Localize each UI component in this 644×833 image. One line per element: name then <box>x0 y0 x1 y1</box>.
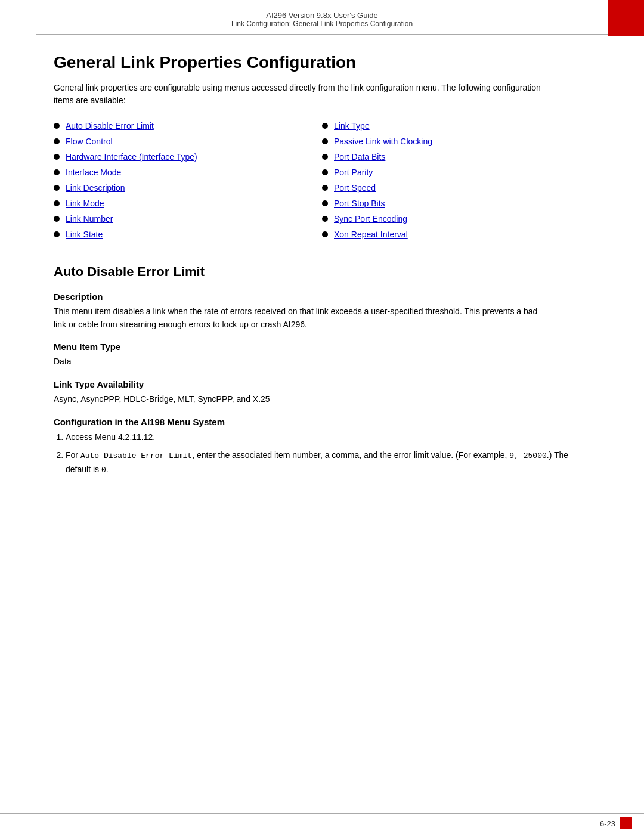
subsection-menu-item-type-title: Menu Item Type <box>54 342 590 352</box>
bullet-dot-icon <box>322 123 328 129</box>
link-port-stop-bits[interactable]: Port Stop Bits <box>334 199 385 208</box>
list-item: Flow Control <box>54 137 322 146</box>
link-port-parity[interactable]: Port Parity <box>334 168 373 177</box>
subsection-description-title: Description <box>54 292 590 302</box>
list-item: Auto Disable Error Limit <box>54 121 322 131</box>
bullet-dot-icon <box>54 169 60 175</box>
code-default: 0 <box>101 466 106 475</box>
footer-accent-block <box>620 817 632 829</box>
header-subtitle: Link Configuration: General Link Propert… <box>36 20 608 28</box>
bullet-col-left: Auto Disable Error Limit Flow Control Ha… <box>54 121 322 245</box>
subsection-link-type-availability-title: Link Type Availability <box>54 379 590 389</box>
link-port-data-bits[interactable]: Port Data Bits <box>334 152 385 162</box>
bullet-dot-icon <box>322 169 328 175</box>
section1-title: Auto Disable Error Limit <box>54 264 590 280</box>
menu-item-type-text: Data <box>54 355 543 368</box>
bullet-col-right: Link Type Passive Link with Clocking Por… <box>322 121 590 245</box>
list-item: Link Number <box>54 214 322 224</box>
code-auto-disable: Auto Disable Error Limit <box>80 451 192 460</box>
list-item: Passive Link with Clocking <box>322 137 590 146</box>
bullet-dot-icon <box>54 154 60 160</box>
bullet-dot-icon <box>54 138 60 144</box>
link-xon-repeat-interval[interactable]: Xon Repeat Interval <box>334 230 408 239</box>
list-item: Xon Repeat Interval <box>322 230 590 239</box>
link-passive-link[interactable]: Passive Link with Clocking <box>334 137 432 146</box>
list-item: Link State <box>54 230 322 239</box>
header-title: AI296 Version 9.8x User's Guide <box>36 11 608 20</box>
intro-paragraph: General link properties are configurable… <box>54 82 543 107</box>
list-item: Sync Port Encoding <box>322 214 590 224</box>
bullet-dot-icon <box>322 154 328 160</box>
code-example: 9, 25000 <box>509 451 546 460</box>
bullet-dot-icon <box>322 231 328 237</box>
link-auto-disable[interactable]: Auto Disable Error Limit <box>66 121 154 131</box>
page-number: 6-23 <box>600 819 615 828</box>
subsection-configuration-title: Configuration in the AI198 Menu System <box>54 417 590 427</box>
link-link-mode[interactable]: Link Mode <box>66 199 104 208</box>
list-item: Link Mode <box>54 199 322 208</box>
step1-text: Access Menu 4.2.11.12. <box>66 432 155 442</box>
list-item: Link Description <box>54 183 322 193</box>
bullet-dot-icon <box>54 231 60 237</box>
page-header: AI296 Version 9.8x User's Guide Link Con… <box>0 0 644 34</box>
link-link-state[interactable]: Link State <box>66 230 103 239</box>
bullet-dot-icon <box>54 200 60 206</box>
list-item: Interface Mode <box>54 168 322 177</box>
step2-text: For Auto Disable Error Limit, enter the … <box>66 450 568 474</box>
link-interface-mode[interactable]: Interface Mode <box>66 168 121 177</box>
bullet-dot-icon <box>322 185 328 191</box>
link-link-type[interactable]: Link Type <box>334 121 370 131</box>
bullet-dot-icon <box>54 123 60 129</box>
bullet-dot-icon <box>322 138 328 144</box>
link-type-availability-text: Async, AsyncPPP, HDLC-Bridge, MLT, SyncP… <box>54 393 543 406</box>
list-item: Hardware Interface (Interface Type) <box>54 152 322 162</box>
config-step-2: For Auto Disable Error Limit, enter the … <box>66 448 590 477</box>
main-content: General Link Properties Configuration Ge… <box>0 35 644 518</box>
bullet-dot-icon <box>322 216 328 222</box>
link-sync-port-encoding[interactable]: Sync Port Encoding <box>334 214 407 224</box>
config-step-1: Access Menu 4.2.11.12. <box>66 431 590 444</box>
header-accent-block <box>608 0 644 36</box>
bullet-dot-icon <box>322 200 328 206</box>
list-item: Port Data Bits <box>322 152 590 162</box>
list-item: Port Speed <box>322 183 590 193</box>
link-link-number[interactable]: Link Number <box>66 214 113 224</box>
page-footer: 6-23 <box>0 813 644 833</box>
list-item: Link Type <box>322 121 590 131</box>
bullet-dot-icon <box>54 185 60 191</box>
link-port-speed[interactable]: Port Speed <box>334 183 376 193</box>
list-item: Port Stop Bits <box>322 199 590 208</box>
list-item: Port Parity <box>322 168 590 177</box>
page-title: General Link Properties Configuration <box>54 53 590 72</box>
bullet-list-container: Auto Disable Error Limit Flow Control Ha… <box>54 121 590 245</box>
link-flow-control[interactable]: Flow Control <box>66 137 113 146</box>
link-hardware-interface[interactable]: Hardware Interface (Interface Type) <box>66 152 197 162</box>
description-text: This menu item disables a link when the … <box>54 305 543 331</box>
configuration-steps-list: Access Menu 4.2.11.12. For Auto Disable … <box>66 431 590 477</box>
bullet-dot-icon <box>54 216 60 222</box>
link-link-description[interactable]: Link Description <box>66 183 125 193</box>
